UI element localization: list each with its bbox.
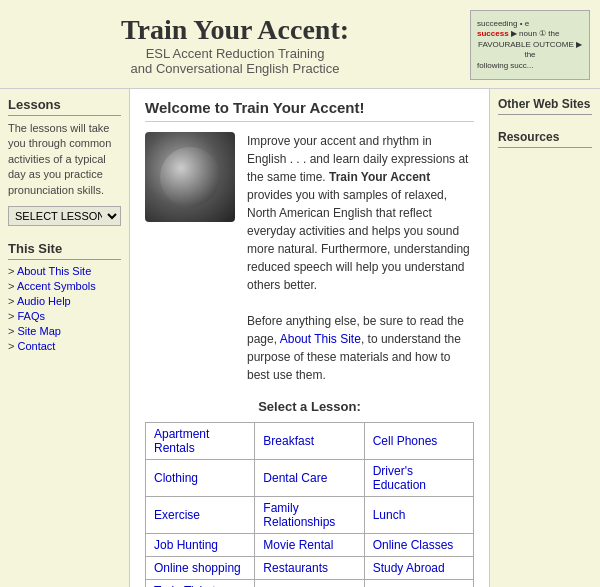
lesson-lunch[interactable]: Lunch <box>364 497 473 534</box>
site-subtitle1: ESL Accent Reduction Training <box>0 46 470 61</box>
lesson-jobhunting[interactable]: Job Hunting <box>146 534 255 557</box>
table-row: Apartment Rentals Breakfast Cell Phones <box>146 423 474 460</box>
lesson-select-section: Select a Lesson: Apartment Rentals Break… <box>145 399 474 587</box>
sidebar-link-about[interactable]: About This Site <box>8 265 121 277</box>
lesson-drivers[interactable]: Driver's Education <box>364 460 473 497</box>
dict-line-2: success ▶ noun ① the <box>477 29 559 39</box>
globe-image <box>145 132 235 222</box>
table-row: Exercise Family Relationships Lunch <box>146 497 474 534</box>
resources-heading: Resources <box>498 130 592 148</box>
lesson-link-clothing[interactable]: Clothing <box>154 471 198 485</box>
intro-section: Improve your accent and rhythm in Englis… <box>145 132 474 384</box>
lessons-heading: Lessons <box>8 97 121 116</box>
accent-link[interactable]: Accent Symbols <box>17 280 96 292</box>
dict-line-1: succeeding • e <box>477 19 529 29</box>
select-lesson-heading: Select a Lesson: <box>145 399 474 414</box>
lesson-online-classes[interactable]: Online Classes <box>364 534 473 557</box>
sidebar-link-contact[interactable]: Contact <box>8 340 121 352</box>
table-row: Clothing Dental Care Driver's Education <box>146 460 474 497</box>
sidebar-link-sitemap[interactable]: Site Map <box>8 325 121 337</box>
sidebar: Lessons The lessons will take you throug… <box>0 89 130 587</box>
lesson-table: Apartment Rentals Breakfast Cell Phones … <box>145 422 474 587</box>
lesson-family[interactable]: Family Relationships <box>255 497 364 534</box>
right-sidebar: Other Web Sites Resources <box>490 89 600 587</box>
faq-link[interactable]: FAQs <box>17 310 45 322</box>
sidebar-link-audio[interactable]: Audio Help <box>8 295 121 307</box>
resources-box: Resources <box>498 130 592 148</box>
this-site-section: This Site About This Site Accent Symbols… <box>8 241 121 352</box>
header-dictionary-image: succeeding • e success ▶ noun ① the FAVO… <box>470 10 590 80</box>
intro-text: Improve your accent and rhythm in Englis… <box>247 132 474 384</box>
dict-line-3: FAVOURABLE OUTCOME ▶ the <box>477 40 583 61</box>
lesson-link-drivers[interactable]: Driver's Education <box>373 464 426 492</box>
lesson-link-movie[interactable]: Movie Rental <box>263 538 333 552</box>
lesson-link-breakfast[interactable]: Breakfast <box>263 434 314 448</box>
lesson-select[interactable]: SELECT LESSON <box>8 206 121 226</box>
lesson-link-family[interactable]: Family Relationships <box>263 501 335 529</box>
main-content: Welcome to Train Your Accent! Improve yo… <box>130 89 490 587</box>
lesson-breakfast[interactable]: Breakfast <box>255 423 364 460</box>
table-row: Online shopping Restaurants Study Abroad <box>146 557 474 580</box>
lesson-link-online-shopping[interactable]: Online shopping <box>154 561 241 575</box>
lesson-link-study-abroad[interactable]: Study Abroad <box>373 561 445 575</box>
lesson-online-shopping[interactable]: Online shopping <box>146 557 255 580</box>
table-row: Job Hunting Movie Rental Online Classes <box>146 534 474 557</box>
lesson-apartment[interactable]: Apartment Rentals <box>146 423 255 460</box>
about-link[interactable]: About This Site <box>17 265 91 277</box>
lessons-description: The lessons will take you through common… <box>8 121 121 198</box>
sitemap-link[interactable]: Site Map <box>17 325 60 337</box>
lesson-link-apartment[interactable]: Apartment Rentals <box>154 427 209 455</box>
lesson-link-jobhunting[interactable]: Job Hunting <box>154 538 218 552</box>
about-this-site-link[interactable]: About This Site <box>280 332 361 346</box>
site-title: Train Your Accent: <box>0 14 470 46</box>
lesson-clothing[interactable]: Clothing <box>146 460 255 497</box>
lesson-link-lunch[interactable]: Lunch <box>373 508 406 522</box>
lesson-exercise[interactable]: Exercise <box>146 497 255 534</box>
lesson-study-abroad[interactable]: Study Abroad <box>364 557 473 580</box>
lesson-train[interactable]: Train Tickets <box>146 580 255 588</box>
this-site-heading: This Site <box>8 241 121 260</box>
sidebar-links: About This Site Accent Symbols Audio Hel… <box>8 265 121 352</box>
lesson-empty-1 <box>255 580 364 588</box>
lesson-link-dental[interactable]: Dental Care <box>263 471 327 485</box>
lesson-restaurants[interactable]: Restaurants <box>255 557 364 580</box>
header-text: Train Your Accent: ESL Accent Reduction … <box>0 14 470 76</box>
header: Train Your Accent: ESL Accent Reduction … <box>0 0 600 89</box>
lesson-link-exercise[interactable]: Exercise <box>154 508 200 522</box>
sidebar-link-faq[interactable]: FAQs <box>8 310 121 322</box>
lesson-movie[interactable]: Movie Rental <box>255 534 364 557</box>
other-sites-heading: Other Web Sites <box>498 97 592 115</box>
brand-name: Train Your Accent <box>329 170 430 184</box>
lesson-cellphones[interactable]: Cell Phones <box>364 423 473 460</box>
intro-paragraph-2: Before anything else, be sure to read th… <box>247 312 474 384</box>
lesson-link-restaurants[interactable]: Restaurants <box>263 561 328 575</box>
dict-line-4: following succ... <box>477 61 533 71</box>
table-row: Train Tickets <box>146 580 474 588</box>
welcome-heading: Welcome to Train Your Accent! <box>145 99 474 122</box>
intro-paragraph-1: Improve your accent and rhythm in Englis… <box>247 132 474 294</box>
sidebar-link-accent[interactable]: Accent Symbols <box>8 280 121 292</box>
site-subtitle2: and Conversational English Practice <box>0 61 470 76</box>
lesson-link-online-classes[interactable]: Online Classes <box>373 538 454 552</box>
contact-link[interactable]: Contact <box>17 340 55 352</box>
main-layout: Lessons The lessons will take you throug… <box>0 89 600 587</box>
lesson-link-cellphones[interactable]: Cell Phones <box>373 434 438 448</box>
audio-link[interactable]: Audio Help <box>17 295 71 307</box>
lesson-dental[interactable]: Dental Care <box>255 460 364 497</box>
lesson-empty-2 <box>364 580 473 588</box>
